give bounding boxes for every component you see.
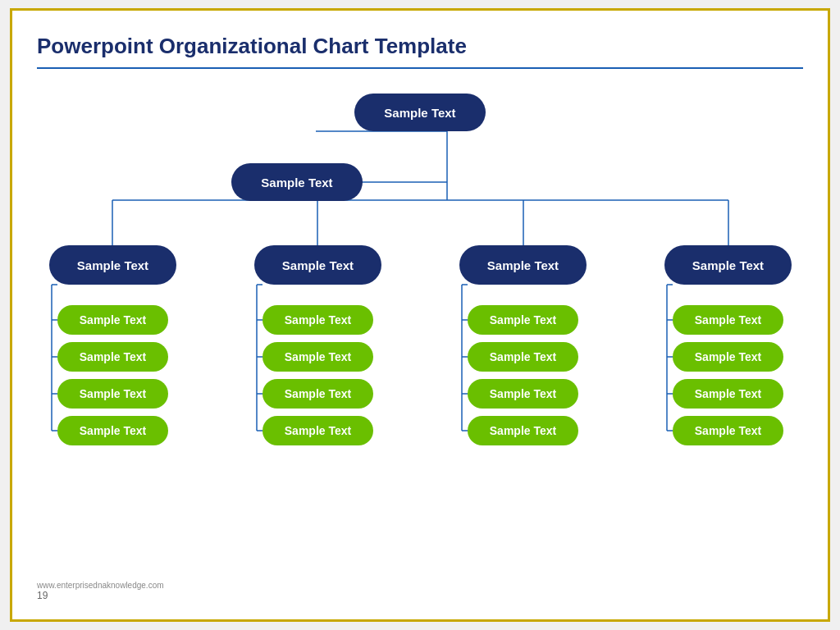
- node-root: Sample Text: [354, 94, 486, 131]
- node-g4-2: Sample Text: [673, 342, 783, 372]
- node-g1-1: Sample Text: [57, 305, 168, 335]
- slide: Powerpoint Organizational Chart Template: [10, 8, 830, 622]
- node-level1: Sample Text: [231, 163, 363, 201]
- node-g4-1: Sample Text: [673, 305, 783, 335]
- node-l2-3: Sample Text: [459, 245, 587, 285]
- page-number: 19: [37, 590, 164, 601]
- node-g3-1: Sample Text: [468, 305, 578, 335]
- node-g2-2: Sample Text: [262, 342, 373, 372]
- org-chart: Sample Text Sample Text Sample Text Samp…: [37, 85, 803, 545]
- node-g1-3: Sample Text: [57, 379, 168, 409]
- node-g3-3: Sample Text: [468, 379, 578, 409]
- node-g3-4: Sample Text: [468, 416, 578, 445]
- footer-url: www.enterprisednaknowledge.com: [37, 581, 164, 590]
- node-g4-3: Sample Text: [673, 379, 783, 409]
- node-l2-1: Sample Text: [49, 245, 176, 285]
- node-g2-3: Sample Text: [262, 379, 373, 409]
- node-g1-4: Sample Text: [57, 416, 168, 445]
- node-g2-4: Sample Text: [262, 416, 373, 445]
- footer: www.enterprisednaknowledge.com 19: [37, 581, 164, 601]
- node-l2-4: Sample Text: [664, 245, 792, 285]
- title-divider: [37, 67, 803, 69]
- node-g2-1: Sample Text: [262, 305, 373, 335]
- node-g4-4: Sample Text: [673, 416, 783, 445]
- node-l2-2: Sample Text: [254, 245, 381, 285]
- page-title: Powerpoint Organizational Chart Template: [37, 34, 803, 59]
- node-g1-2: Sample Text: [57, 342, 168, 372]
- node-g3-2: Sample Text: [468, 342, 578, 372]
